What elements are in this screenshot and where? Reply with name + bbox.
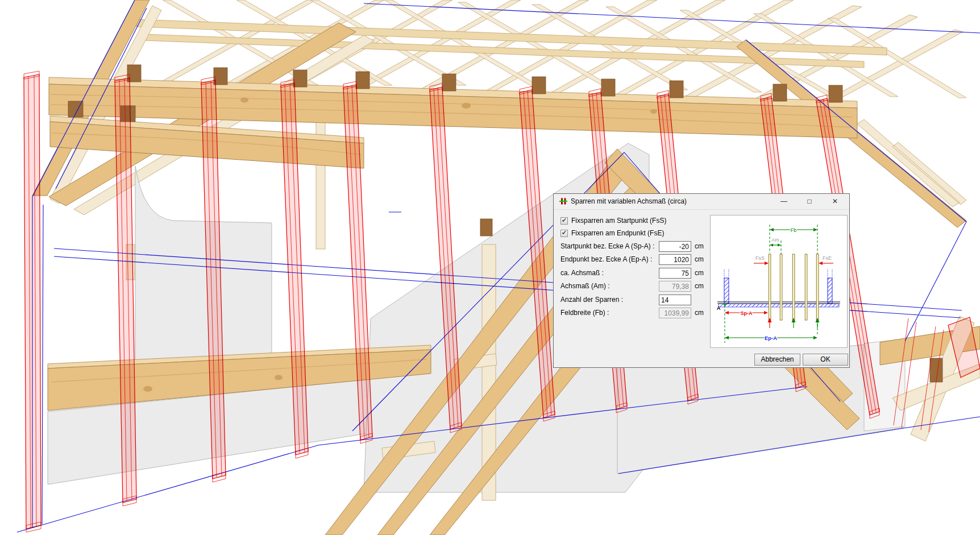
sparren-dialog: Sparren mit variablen Achsmaß (circa) — …: [553, 193, 850, 368]
cancel-button[interactable]: Abbrechen: [754, 354, 800, 366]
dialog-titlebar[interactable]: Sparren mit variablen Achsmaß (circa) — …: [554, 194, 849, 210]
ca-achsmass-unit: cm: [695, 268, 709, 279]
achsmass-input: [659, 281, 691, 292]
endpunkt-input[interactable]: [659, 254, 691, 265]
corner-a-label: A: [717, 305, 721, 311]
minimize-button[interactable]: —: [775, 194, 792, 209]
fss-label: FsS: [755, 255, 765, 261]
feldbreite-label: Feldbreite (Fb) :: [560, 308, 658, 318]
fse-label: FsE: [823, 255, 832, 261]
app-window: Sparren mit variablen Achsmaß (circa) — …: [0, 0, 980, 535]
rafter-schematic: Fb Am FsS FsE A Sp-A: [711, 215, 847, 347]
startpunkt-label: Startpunkt bez. Ecke A (Sp-A) :: [560, 241, 658, 252]
achsmass-label: Achsmaß (Am) :: [560, 281, 658, 292]
am-label: Am: [771, 237, 779, 243]
checkbox-label: Fixsparren am Endpunkt (FsE): [571, 229, 664, 237]
ca-achsmass-input[interactable]: [659, 268, 691, 279]
checkbox-label: Fixsparren am Startpunkt (FsS): [571, 217, 666, 225]
checkbox-box[interactable]: ✔: [560, 217, 568, 225]
ok-button[interactable]: OK: [803, 354, 848, 366]
fb-label: Fb: [791, 227, 797, 233]
ep-a-label: Ep-A: [765, 335, 777, 341]
schematic-rafters: [769, 254, 819, 320]
checkbox-box[interactable]: ✔: [560, 230, 568, 237]
close-button[interactable]: ✕: [827, 194, 844, 209]
anzahl-sparren-label: Anzahl der Sparren :: [560, 295, 658, 305]
endpunkt-label: Endpunkt bez. Ecke A (Ep-A) :: [560, 254, 658, 265]
feldbreite-input: [659, 308, 691, 318]
dialog-title: Sparren mit variablen Achsmaß (circa): [571, 194, 687, 209]
anzahl-sparren-input[interactable]: [659, 295, 691, 305]
endpunkt-unit: cm: [695, 254, 709, 265]
checkbox-fixsparren-endpunkt[interactable]: ✔ Fixsparren am Endpunkt (FsE): [560, 229, 664, 237]
checkmark-icon: ✔: [562, 217, 567, 223]
sparren-dialog-icon: [559, 197, 567, 205]
sp-a-label: Sp-A: [741, 310, 753, 316]
feldbreite-unit: cm: [695, 308, 709, 318]
achsmass-unit: cm: [695, 281, 709, 292]
startpunkt-unit: cm: [695, 241, 709, 252]
startpunkt-input[interactable]: [659, 241, 691, 252]
checkmark-icon: ✔: [562, 230, 567, 236]
rafter-schematic-panel: Fb Am FsS FsE A Sp-A: [710, 215, 848, 348]
checkbox-fixsparren-startpunkt[interactable]: ✔ Fixsparren am Startpunkt (FsS): [560, 217, 666, 225]
ca-achsmass-label: ca. Achsmaß :: [560, 268, 658, 279]
maximize-button[interactable]: □: [801, 194, 818, 209]
